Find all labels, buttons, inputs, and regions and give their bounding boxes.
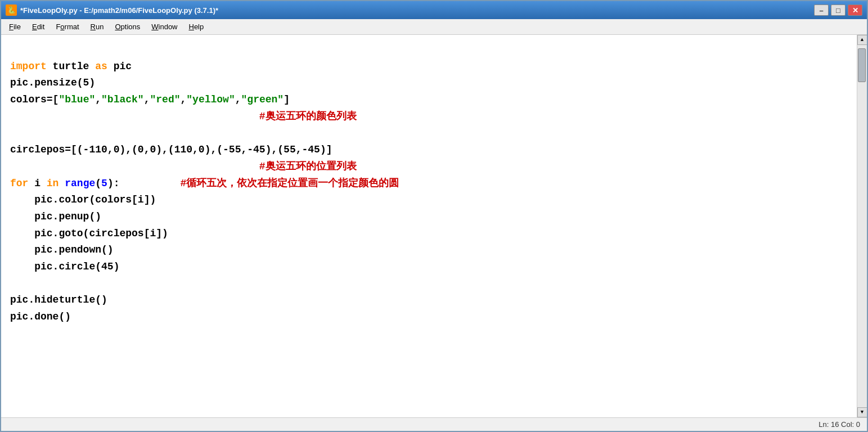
maximize-button[interactable]: □ (831, 4, 845, 16)
window-title: *FiveLoopOly.py - E:/pmath2/m06/FiveLoop… (20, 6, 814, 15)
menu-help[interactable]: Help (183, 21, 210, 33)
scroll-track (857, 45, 867, 407)
status-bar: Ln: 16 Col: 0 (1, 417, 867, 431)
code-editor[interactable]: import turtle as pic pic.pensize(5) colo… (1, 35, 857, 417)
minimize-button[interactable]: – (814, 4, 829, 16)
menu-window[interactable]: Window (146, 21, 183, 33)
title-bar: 🐍 *FiveLoopOly.py - E:/pmath2/m06/FiveLo… (1, 1, 867, 19)
close-button[interactable]: ✕ (848, 4, 862, 16)
menu-format[interactable]: Format (50, 21, 84, 33)
scroll-down-button[interactable]: ▼ (857, 407, 867, 417)
window-controls: – □ ✕ (814, 4, 862, 16)
app-icon: 🐍 (6, 4, 17, 16)
main-window: 🐍 *FiveLoopOly.py - E:/pmath2/m06/FiveLo… (0, 0, 868, 432)
menu-options[interactable]: Options (109, 21, 146, 33)
menu-run[interactable]: Run (85, 21, 110, 33)
menu-file[interactable]: File (3, 21, 26, 33)
scroll-up-button[interactable]: ▲ (857, 35, 867, 45)
scroll-thumb[interactable] (858, 48, 866, 82)
editor-container: import turtle as pic pic.pensize(5) colo… (1, 35, 867, 417)
menu-edit[interactable]: Edit (26, 21, 50, 33)
cursor-position: Ln: 16 Col: 0 (818, 420, 860, 429)
vertical-scrollbar: ▲ ▼ (857, 35, 867, 417)
menu-bar: File Edit Format Run Options Window Help (1, 19, 867, 35)
